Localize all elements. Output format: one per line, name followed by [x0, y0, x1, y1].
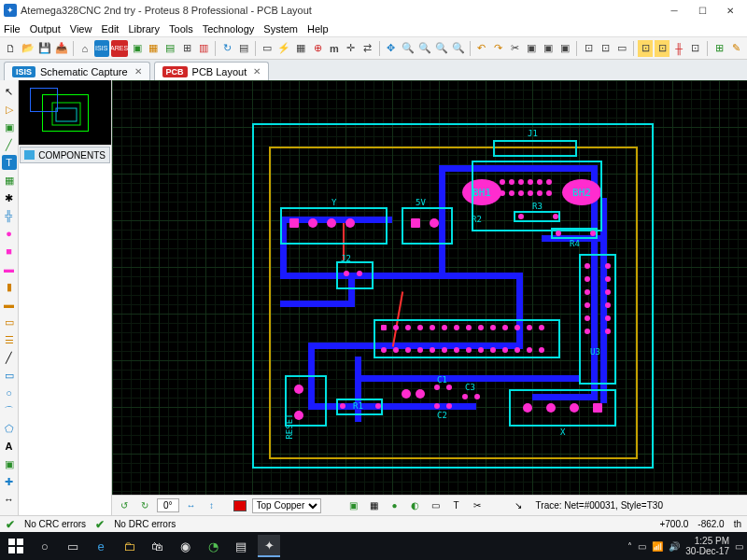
smd2-icon[interactable]: ▭ [2, 315, 17, 329]
edge-icon[interactable]: e [90, 535, 112, 557]
filter6-icon[interactable]: T [448, 497, 465, 514]
layer-selector[interactable]: Top Copper [252, 498, 321, 513]
probe-icon[interactable]: ↘ [510, 497, 527, 514]
line-icon[interactable]: ╱ [2, 350, 17, 365]
rotcw-icon[interactable]: ↻ [136, 497, 153, 514]
dimension-icon[interactable]: ↔ [2, 492, 17, 507]
measure-icon[interactable]: m [327, 40, 342, 57]
overview-thumbnail[interactable] [19, 80, 111, 146]
taskbar-clock[interactable]: 1:25 PM 30-Dec-17 [685, 536, 729, 556]
app1-icon[interactable]: ◔ [202, 535, 224, 557]
volume-icon[interactable]: 🔊 [669, 541, 680, 552]
copy2-icon[interactable]: ▣ [541, 40, 556, 57]
redo-icon[interactable]: ↷ [491, 40, 506, 57]
3d-icon[interactable]: ▣ [130, 40, 145, 57]
grid-icon[interactable]: ▦ [293, 40, 308, 57]
padsquare-icon[interactable]: ■ [2, 244, 17, 259]
drill-icon[interactable]: ⊞ [179, 40, 194, 57]
minimize-button[interactable] [661, 2, 687, 19]
component-icon[interactable]: ▷ [2, 102, 17, 117]
battery-icon[interactable]: ▭ [638, 541, 646, 552]
tool7-icon[interactable]: ✎ [728, 40, 743, 57]
symbol-icon[interactable]: ▣ [2, 456, 17, 471]
filter3-icon[interactable]: ● [387, 497, 403, 514]
via-icon[interactable]: T [2, 155, 17, 170]
home-icon[interactable]: ⌂ [78, 40, 92, 57]
chrome-icon[interactable]: ◉ [174, 535, 196, 557]
filter5-icon[interactable]: ▭ [428, 497, 444, 514]
undo-icon[interactable]: ↶ [474, 40, 489, 57]
select-icon[interactable]: ↖ [2, 84, 17, 99]
layers-icon[interactable]: ▤ [236, 40, 251, 57]
zone-icon[interactable]: ▦ [2, 173, 17, 188]
menu-edit[interactable]: Edit [101, 23, 119, 35]
cut-icon[interactable]: ✂ [508, 40, 523, 57]
filter4-icon[interactable]: ◐ [407, 497, 424, 514]
menu-system[interactable]: System [263, 23, 298, 35]
ares-icon[interactable]: ARES [111, 40, 128, 57]
smd1-icon[interactable]: ▬ [2, 297, 17, 312]
board-icon[interactable]: ▭ [260, 40, 275, 57]
close-tab-icon[interactable]: ✕ [253, 66, 261, 77]
snap-icon[interactable]: ✛ [344, 40, 359, 57]
marker-icon[interactable]: ✚ [2, 474, 17, 489]
highlight1-icon[interactable]: ⊡ [638, 40, 653, 57]
refresh-icon[interactable]: ↻ [219, 40, 234, 57]
wifi-icon[interactable]: 📶 [652, 541, 663, 552]
origins-icon[interactable]: ⊕ [310, 40, 325, 57]
menu-tools[interactable]: Tools [169, 23, 193, 35]
toggle-icon[interactable]: ⇄ [360, 40, 375, 57]
menu-technology[interactable]: Technology [203, 23, 255, 35]
menu-view[interactable]: View [70, 23, 92, 35]
filter7-icon[interactable]: ✂ [469, 497, 486, 514]
zoomarea-icon[interactable]: 🔍 [451, 40, 466, 57]
system-tray[interactable]: ˄ ▭ 📶 🔊 1:25 PM 30-Dec-17 ▭ [627, 536, 743, 556]
tool5-icon[interactable]: ⊡ [688, 40, 703, 57]
padoval-icon[interactable]: ▬ [2, 261, 17, 276]
conn-icon[interactable]: ╬ [2, 208, 17, 223]
new-icon[interactable]: 🗋 [4, 40, 19, 57]
notifications-icon[interactable]: ▭ [735, 541, 743, 552]
report-icon[interactable]: ▥ [196, 40, 211, 57]
start-button[interactable] [4, 534, 28, 558]
package-icon[interactable]: ▣ [2, 119, 17, 134]
proteus-taskbar-icon[interactable]: ✦ [258, 535, 280, 557]
menu-file[interactable]: File [4, 23, 21, 35]
pcb-canvas[interactable]: BH1 BH2 J1 Y 5V [112, 80, 747, 495]
flipv-icon[interactable]: ↕ [204, 497, 220, 514]
open-icon[interactable]: 📂 [21, 40, 35, 57]
track-icon[interactable]: ╱ [2, 137, 17, 152]
rect-icon[interactable]: ▭ [2, 368, 17, 383]
components-list[interactable] [19, 164, 111, 515]
circle-icon[interactable]: ○ [2, 385, 17, 400]
tool1-icon[interactable]: ⊡ [581, 40, 596, 57]
autoroute-icon[interactable]: ⚡ [276, 40, 291, 57]
stack-icon[interactable]: ☰ [2, 332, 17, 347]
tab-schematic[interactable]: ISIS Schematic Capture ✕ [4, 62, 150, 80]
isis-icon[interactable]: ISIS [94, 40, 109, 57]
paste-icon[interactable]: ▣ [557, 40, 572, 57]
fliph-icon[interactable]: ↔ [183, 497, 200, 514]
tray-up-icon[interactable]: ˄ [627, 541, 632, 552]
close-tab-icon[interactable]: ✕ [134, 66, 142, 77]
gerber-icon[interactable]: ▦ [147, 40, 162, 57]
copy1-icon[interactable]: ▣ [524, 40, 539, 57]
filter2-icon[interactable]: ▦ [366, 497, 383, 514]
menu-library[interactable]: Library [128, 23, 160, 35]
bom-icon[interactable]: ▤ [162, 40, 177, 57]
zoomall-icon[interactable]: 🔍 [434, 40, 449, 57]
center-icon[interactable]: ✥ [384, 40, 399, 57]
path-icon[interactable]: ⬠ [2, 421, 17, 436]
menu-output[interactable]: Output [30, 23, 61, 35]
save-icon[interactable]: 💾 [37, 40, 52, 57]
tab-pcb[interactable]: PCB PCB Layout ✕ [154, 62, 270, 80]
store-icon[interactable]: 🛍 [146, 535, 168, 557]
padround-icon[interactable]: ● [2, 226, 17, 241]
tool2-icon[interactable]: ⊡ [598, 40, 613, 57]
explorer-icon[interactable]: 🗀 [118, 535, 140, 557]
padpoly-icon[interactable]: ▮ [2, 279, 17, 294]
taskview-icon[interactable]: ▭ [62, 535, 84, 557]
tool4-icon[interactable]: ╫ [671, 40, 686, 57]
cortana-icon[interactable]: ○ [34, 535, 56, 557]
close-button[interactable] [717, 2, 743, 19]
